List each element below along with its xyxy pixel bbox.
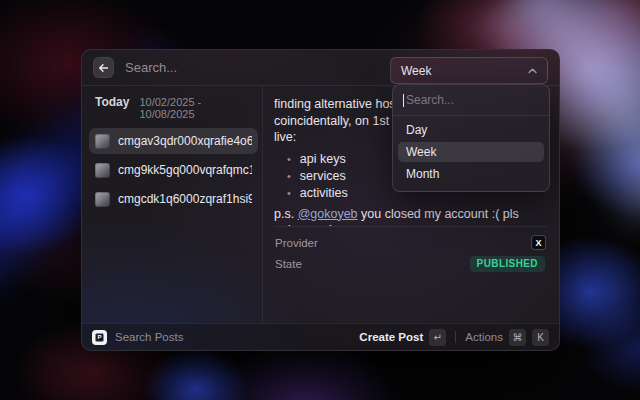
- k-key: K: [532, 329, 549, 346]
- ps-prefix: p.s.: [274, 207, 298, 221]
- post-thumbnail: [95, 192, 110, 207]
- date-range: 10/02/2025 - 10/08/2025: [139, 96, 258, 120]
- bullet-dot: •: [287, 168, 291, 185]
- range-select-value: Week: [401, 64, 431, 78]
- option-day[interactable]: Day: [398, 120, 544, 140]
- post-id: cmg9kk5gq000vqrafqmc18rlt: [118, 163, 252, 177]
- group-label: Today: [95, 95, 129, 109]
- command-key: ⌘: [509, 329, 526, 346]
- app-icon: P: [92, 330, 107, 345]
- arrow-left-icon: [98, 63, 109, 73]
- post-list-item[interactable]: cmgcdk1q6000zqraf1hsi9cei: [89, 186, 258, 212]
- date-group-header: Today 10/02/2025 - 10/08/2025: [95, 95, 258, 120]
- post-thumbnail: [95, 163, 110, 178]
- desktop: Week Today 10/02/2025 - 10/08/2025 cmgav…: [0, 0, 640, 400]
- post-thumbnail: [95, 134, 110, 149]
- search-input[interactable]: [125, 60, 325, 75]
- mention-link[interactable]: @gokoyeb: [298, 207, 358, 221]
- footer-actions: Create Post ↵ Actions ⌘ K: [359, 329, 549, 346]
- actions-button[interactable]: Actions: [465, 331, 503, 343]
- option-month[interactable]: Month: [398, 164, 544, 184]
- footer-divider: [455, 331, 456, 343]
- create-post-button[interactable]: Create Post: [359, 331, 423, 343]
- app-window: Week Today 10/02/2025 - 10/08/2025 cmgav…: [81, 49, 560, 351]
- return-key: ↵: [429, 329, 446, 346]
- x-logo-icon: X: [532, 236, 545, 249]
- window-footer: P Search Posts Create Post ↵ Actions ⌘ K: [82, 323, 559, 350]
- post-list-item[interactable]: cmgav3qdr000xqrafie4o6h4d: [89, 128, 258, 154]
- post-metadata: Provider X State PUBLISHED: [274, 226, 547, 274]
- footer-title: Search Posts: [115, 331, 183, 343]
- bullet-dot: •: [287, 151, 291, 168]
- status-badge: PUBLISHED: [470, 256, 545, 272]
- post-ps-line: p.s. @gokoyeb you closed my account :( p…: [274, 206, 547, 227]
- dropdown-search-input[interactable]: [406, 93, 539, 107]
- bullet-text: services: [300, 168, 346, 185]
- option-week[interactable]: Week: [398, 142, 544, 162]
- window-header: Week: [82, 50, 559, 86]
- back-button[interactable]: [93, 57, 114, 78]
- metadata-row: Provider X: [275, 232, 545, 253]
- state-label: State: [275, 258, 302, 270]
- post-list-item[interactable]: cmg9kk5gq000vqrafqmc18rlt: [89, 157, 258, 183]
- chevron-up-icon: [528, 68, 537, 74]
- bullet-dot: •: [287, 185, 291, 202]
- dropdown-search-row: [393, 85, 549, 115]
- metadata-row: State PUBLISHED: [275, 253, 545, 274]
- bullet-text: activities: [300, 185, 348, 202]
- app-icon-letter: P: [95, 333, 104, 342]
- range-dropdown: Day Week Month: [392, 84, 550, 192]
- bullet-text: api keys: [300, 151, 346, 168]
- post-id: cmgav3qdr000xqrafie4o6h4d: [118, 134, 252, 148]
- post-id: cmgcdk1q6000zqraf1hsi9cei: [118, 192, 252, 206]
- dropdown-options: Day Week Month: [393, 116, 549, 191]
- posts-sidebar: Today 10/02/2025 - 10/08/2025 cmgav3qdr0…: [82, 86, 263, 323]
- provider-label: Provider: [275, 237, 318, 249]
- range-select[interactable]: Week: [390, 57, 548, 84]
- text-caret: [403, 94, 404, 107]
